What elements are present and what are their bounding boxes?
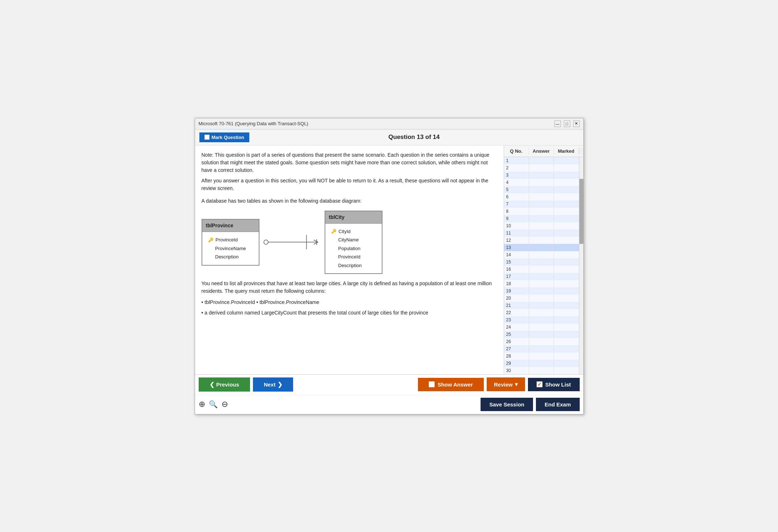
table-row: CityName — [331, 236, 376, 244]
list-item[interactable]: 19 — [504, 287, 579, 295]
sidebar-row-num: 23 — [504, 316, 529, 324]
list-item[interactable]: 7 — [504, 200, 579, 208]
table-row: ProvinceId — [331, 253, 376, 261]
table-row: Population — [331, 244, 376, 253]
list-item[interactable]: 10 — [504, 222, 579, 229]
table-province: tblProvince 🔑 ProvinceId ProvinceName De… — [202, 219, 259, 266]
sidebar-row-num: 21 — [504, 302, 529, 309]
zoom-in-button[interactable]: ⊕ — [199, 400, 205, 409]
field-population: Population — [338, 245, 360, 252]
maximize-button[interactable]: □ — [564, 121, 570, 127]
list-item[interactable]: 21 — [504, 302, 579, 309]
note-paragraph2: After you answer a question in this sect… — [202, 177, 497, 192]
sidebar-row-marked — [554, 345, 579, 352]
sidebar-row-answer — [529, 172, 554, 179]
action-row: ⊕ 🔍 ⊖ Save Session End Exam — [195, 394, 583, 414]
list-item[interactable]: 23 — [504, 316, 579, 324]
list-item[interactable]: 4 — [504, 179, 579, 186]
key-icon: 🔑 — [208, 237, 213, 243]
sidebar-row-num: 4 — [504, 179, 529, 186]
sidebar-row-num: 11 — [504, 229, 529, 237]
sidebar-row-num: 27 — [504, 345, 529, 352]
question-area: Note: This question is part of a series … — [195, 145, 504, 374]
table-city-header: tblCity — [325, 211, 382, 224]
list-item[interactable]: 18 — [504, 280, 579, 287]
review-button[interactable]: Review ▾ — [487, 377, 525, 391]
save-session-button[interactable]: Save Session — [481, 398, 533, 411]
sidebar-row-marked — [554, 316, 579, 324]
sidebar-row-answer — [529, 367, 554, 374]
sidebar-col-answer: Answer — [529, 148, 554, 155]
sidebar-row-answer — [529, 157, 554, 164]
list-item[interactable]: 26 — [504, 338, 579, 345]
next-label: Next — [264, 381, 276, 388]
list-item[interactable]: 3 — [504, 172, 579, 179]
list-item[interactable]: 16 — [504, 266, 579, 273]
show-answer-button[interactable]: Show Answer — [418, 378, 484, 391]
list-item[interactable]: 29 — [504, 360, 579, 367]
list-item[interactable]: 1 — [504, 157, 579, 164]
sidebar-row-marked — [554, 287, 579, 295]
sidebar-row-answer — [529, 280, 554, 287]
list-item[interactable]: 6 — [504, 193, 579, 200]
sidebar-row-num: 28 — [504, 352, 529, 360]
zoom-out-button[interactable]: ⊖ — [221, 400, 228, 409]
sidebar-row-answer — [529, 222, 554, 229]
show-list-button[interactable]: ✓ Show List — [528, 378, 580, 391]
mark-question-button[interactable]: Mark Question — [199, 132, 249, 142]
list-item[interactable]: 15 — [504, 258, 579, 266]
sidebar-row-answer — [529, 273, 554, 280]
list-item[interactable]: 8 — [504, 208, 579, 215]
list-item[interactable]: 13 — [504, 244, 579, 251]
sidebar-row-answer — [529, 295, 554, 302]
list-item[interactable]: 30 — [504, 367, 579, 374]
mark-question-label: Mark Question — [212, 135, 244, 140]
field-city-id: CityId — [339, 228, 351, 235]
field-city-desc: Description — [338, 262, 362, 269]
sidebar-row-answer — [529, 266, 554, 273]
list-item[interactable]: 12 — [504, 237, 579, 244]
main-content: Note: This question is part of a series … — [195, 145, 583, 374]
sidebar-scrollbar[interactable] — [579, 157, 583, 374]
previous-button[interactable]: ❮ Previous — [199, 377, 250, 392]
list-item[interactable]: 28 — [504, 352, 579, 360]
list-item[interactable]: 5 — [504, 186, 579, 193]
minimize-button[interactable]: — — [554, 121, 561, 127]
next-button[interactable]: Next ❯ — [253, 377, 293, 392]
list-item[interactable]: 14 — [504, 251, 579, 258]
list-item[interactable]: 25 — [504, 331, 579, 338]
save-session-label: Save Session — [489, 401, 524, 408]
show-list-label: Show List — [545, 381, 571, 388]
database-diagram: tblProvince 🔑 ProvinceId ProvinceName De… — [202, 211, 497, 274]
end-exam-button[interactable]: End Exam — [536, 398, 580, 411]
list-item[interactable]: 11 — [504, 229, 579, 237]
table-row: Description — [208, 253, 253, 261]
close-button[interactable]: ✕ — [573, 121, 580, 127]
sidebar-row-marked — [554, 200, 579, 208]
previous-label: Previous — [216, 381, 239, 388]
list-item[interactable]: 2 — [504, 164, 579, 172]
question-body3: • a derived column named LargeCityCount … — [202, 309, 497, 317]
sidebar-row-answer — [529, 237, 554, 244]
sidebar-row-num: 20 — [504, 295, 529, 302]
field-city-name: CityName — [338, 236, 359, 244]
sidebar-list[interactable]: 1 2 3 4 5 6 7 8 — [504, 157, 579, 374]
table-connector — [263, 231, 321, 253]
list-item[interactable]: 17 — [504, 273, 579, 280]
sidebar-row-marked — [554, 295, 579, 302]
table-row: 🔑 CityId — [331, 227, 376, 236]
list-item[interactable]: 22 — [504, 309, 579, 316]
list-item[interactable]: 24 — [504, 324, 579, 331]
sidebar-row-answer — [529, 287, 554, 295]
list-item[interactable]: 20 — [504, 295, 579, 302]
zoom-reset-button[interactable]: 🔍 — [209, 400, 218, 409]
sidebar-row-answer — [529, 215, 554, 222]
window-controls: — □ ✕ — [554, 121, 580, 127]
list-item[interactable]: 27 — [504, 345, 579, 352]
sidebar-row-marked — [554, 164, 579, 172]
sidebar-row-marked — [554, 179, 579, 186]
review-label: Review — [494, 381, 513, 388]
sidebar-row-answer — [529, 352, 554, 360]
nav-row: ❮ Previous Next ❯ Show Answer Review ▾ ✓… — [195, 375, 583, 394]
list-item[interactable]: 9 — [504, 215, 579, 222]
